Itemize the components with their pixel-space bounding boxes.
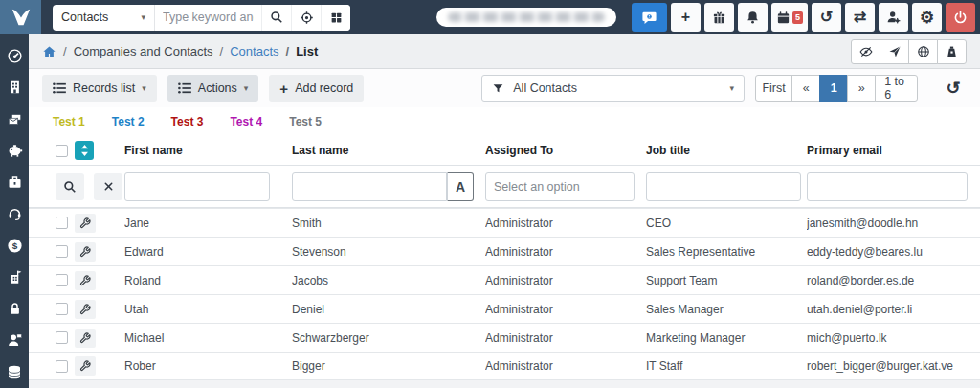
switch-button[interactable]: ⇄ xyxy=(845,3,875,32)
notifications-button[interactable] xyxy=(738,3,768,32)
row-settings-button[interactable] xyxy=(75,271,96,290)
cell-assigned-to: Administrator xyxy=(485,303,646,316)
breadcrumb-separator: / xyxy=(63,44,67,58)
pagination-current-page[interactable]: 1 xyxy=(819,75,848,102)
user-preferences-button[interactable] xyxy=(879,3,908,32)
column-header-assigned-to[interactable]: Assigned To xyxy=(485,144,646,157)
vtiger-logo-icon xyxy=(11,7,32,28)
list-icon xyxy=(178,82,191,94)
breadcrumb-action-group xyxy=(852,39,967,64)
assigned-to-search-select[interactable] xyxy=(485,172,635,201)
cell-job-title: IT Staff xyxy=(646,359,807,373)
portal-button[interactable] xyxy=(937,39,967,64)
home-icon[interactable] xyxy=(42,45,56,58)
breadcrumb: / Companies and Contacts / Contacts / Li… xyxy=(29,34,980,69)
gifts-button[interactable] xyxy=(704,3,734,32)
breadcrumb-item-app[interactable]: Companies and Contacts xyxy=(74,44,213,58)
app-logo[interactable] xyxy=(0,0,41,34)
settings-button[interactable]: ⚙ xyxy=(912,3,942,32)
cell-first-name: Jane xyxy=(124,217,292,230)
sidebar-item-storage[interactable] xyxy=(6,363,23,380)
row-checkbox[interactable] xyxy=(56,303,68,315)
column-header-primary-email[interactable]: Primary email xyxy=(807,144,967,157)
table-row: MichaelSchwarzbergerAdministratorMarketi… xyxy=(29,323,980,352)
send-button[interactable] xyxy=(880,39,909,64)
sidebar-item-hr[interactable] xyxy=(6,331,23,349)
job-title-search-input[interactable] xyxy=(646,172,801,201)
module-selector-value: Contacts xyxy=(61,11,108,24)
sort-arrows-icon xyxy=(80,145,89,156)
sidebar-item-security[interactable] xyxy=(6,300,23,317)
apply-search-button[interactable] xyxy=(56,173,84,200)
pagination-next-button[interactable]: » xyxy=(847,75,876,102)
web-button[interactable] xyxy=(908,39,938,64)
tab-test-5[interactable]: Test 5 xyxy=(289,115,322,128)
calendar-button[interactable]: 5 xyxy=(771,3,808,32)
column-settings-button[interactable] xyxy=(75,141,94,160)
tab-test-2[interactable]: Test 2 xyxy=(112,115,145,128)
history-button[interactable]: ↺ xyxy=(812,3,841,32)
topbar-right-actions: + 5 ↺ ⇄ ⚙ xyxy=(436,3,980,32)
sidebar-item-campaigns[interactable] xyxy=(6,110,23,127)
tab-test-3[interactable]: Test 3 xyxy=(171,115,204,128)
list-filter-select[interactable]: All Contacts ▾ xyxy=(481,75,745,102)
sidebar-item-sales[interactable] xyxy=(6,142,23,159)
dashboard-icon xyxy=(7,48,23,64)
search-input[interactable] xyxy=(154,5,261,31)
row-checkbox[interactable] xyxy=(56,217,68,229)
apps-menu-button[interactable] xyxy=(321,5,350,31)
row-checkbox[interactable] xyxy=(56,331,68,344)
user-card-icon xyxy=(7,332,23,348)
sidebar-item-dashboard[interactable] xyxy=(6,47,23,64)
clear-search-button[interactable] xyxy=(94,173,122,200)
row-settings-button[interactable] xyxy=(75,300,96,319)
tab-test-4[interactable]: Test 4 xyxy=(230,115,262,128)
globe-icon xyxy=(917,45,930,58)
pagination: First « 1 » 1 to 6 xyxy=(755,75,918,102)
search-button[interactable] xyxy=(261,5,291,31)
first-name-search-input[interactable] xyxy=(124,172,270,201)
sidebar-item-inventory[interactable] xyxy=(6,268,23,285)
tab-test-1[interactable]: Test 1 xyxy=(53,115,85,128)
advanced-search-button[interactable] xyxy=(291,5,321,31)
row-settings-button[interactable] xyxy=(75,242,96,262)
row-checkbox[interactable] xyxy=(56,360,68,373)
building-icon xyxy=(8,80,22,95)
module-selector[interactable]: Contacts ▾ xyxy=(53,5,154,31)
cell-job-title: Support Team xyxy=(646,274,807,287)
calendar-icon xyxy=(776,11,791,25)
actions-button[interactable]: Actions ▾ xyxy=(167,75,259,102)
filter-value: All Contacts xyxy=(513,81,577,95)
refresh-button[interactable]: ↺ xyxy=(940,75,967,102)
breadcrumb-item-module[interactable]: Contacts xyxy=(230,44,278,58)
column-header-last-name[interactable]: Last name xyxy=(292,144,485,157)
row-settings-button[interactable] xyxy=(75,329,96,348)
column-header-first-name[interactable]: First name xyxy=(124,144,292,157)
alphabet-search-button[interactable]: A xyxy=(447,172,474,201)
last-name-search-input[interactable] xyxy=(292,172,447,201)
sidebar-item-companies[interactable] xyxy=(6,79,23,96)
logout-button[interactable] xyxy=(946,3,975,32)
row-settings-button[interactable] xyxy=(75,214,96,233)
add-record-button[interactable]: + Add record xyxy=(269,75,364,102)
row-settings-button[interactable] xyxy=(75,356,96,376)
hide-view-button[interactable] xyxy=(851,39,880,64)
quick-create-button[interactable]: + xyxy=(671,3,701,32)
chat-button[interactable] xyxy=(632,3,667,32)
lock-icon xyxy=(8,301,22,316)
plus-icon: + xyxy=(279,81,288,96)
sidebar-item-finance[interactable]: $ xyxy=(6,237,23,254)
column-header-job-title[interactable]: Job title xyxy=(646,144,807,157)
row-checkbox[interactable] xyxy=(56,274,68,286)
pagination-first-button[interactable]: First xyxy=(755,75,792,102)
pagination-prev-button[interactable]: « xyxy=(791,75,820,102)
primary-email-search-input[interactable] xyxy=(807,172,968,201)
select-all-checkbox[interactable] xyxy=(56,145,68,157)
sidebar-item-projects[interactable] xyxy=(6,173,23,191)
gift-icon xyxy=(712,11,726,25)
cell-last-name: Schwarzberger xyxy=(292,331,485,345)
records-list-button[interactable]: Records list ▾ xyxy=(42,75,157,102)
swap-arrows-icon: ⇄ xyxy=(854,10,866,25)
row-checkbox[interactable] xyxy=(56,245,68,258)
sidebar-item-support[interactable] xyxy=(6,205,23,222)
